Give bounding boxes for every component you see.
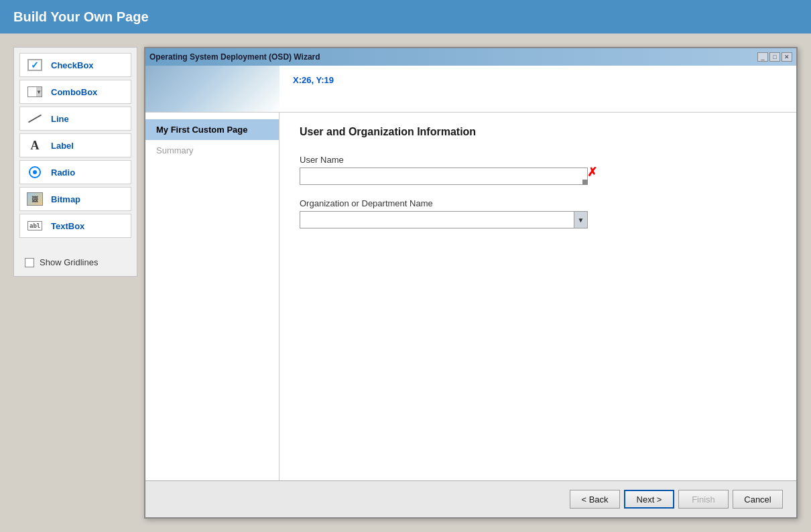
close-button[interactable]: ✕ bbox=[782, 52, 792, 62]
toolbox-item-line[interactable]: Line bbox=[19, 107, 131, 131]
toolbox-panel: CheckBox ▼ ComboBox Line bbox=[13, 47, 137, 277]
finish-button[interactable]: Finish bbox=[678, 490, 729, 509]
wizard-main-area: My First Custom Page Summary User and Or… bbox=[145, 113, 796, 480]
wizard-buttons: < Back Next > Finish Cancel bbox=[145, 480, 796, 517]
line-icon bbox=[25, 111, 44, 127]
toolbox-item-label[interactable]: A Label bbox=[19, 133, 131, 157]
toolbox-label-bitmap: Bitmap bbox=[51, 194, 80, 204]
minimize-button[interactable]: _ bbox=[757, 52, 768, 62]
form-group-username: User Name ✗ bbox=[300, 155, 776, 185]
toolbox-item-bitmap[interactable]: 🖼 Bitmap bbox=[19, 187, 131, 211]
textbox-icon: abl bbox=[25, 218, 44, 234]
next-button[interactable]: Next > bbox=[624, 490, 674, 509]
page-title: Build Your Own Page bbox=[13, 9, 149, 25]
window-controls: _ □ ✕ bbox=[757, 52, 792, 62]
back-button[interactable]: < Back bbox=[570, 490, 620, 509]
toolbox-label-radio: Radio bbox=[51, 168, 75, 178]
checkbox-icon bbox=[25, 57, 44, 73]
gridlines-area: Show Gridlines bbox=[19, 254, 131, 271]
username-label: User Name bbox=[300, 155, 776, 165]
orgname-combo: ▼ bbox=[300, 211, 588, 228]
radio-icon bbox=[25, 164, 44, 180]
label-icon: A bbox=[25, 137, 44, 153]
wizard-title: Operating System Deployment (OSD) Wizard bbox=[149, 52, 320, 62]
outer-page: Build Your Own Page CheckBox ▼ C bbox=[0, 0, 811, 532]
orgname-input[interactable] bbox=[300, 212, 574, 228]
toolbox-label-checkbox: CheckBox bbox=[51, 60, 94, 70]
maximize-button[interactable]: □ bbox=[769, 52, 780, 62]
combobox-icon: ▼ bbox=[25, 84, 44, 100]
banner-background bbox=[145, 66, 279, 113]
wizard-body: X:26, Y:19 My First Custom Page Summary bbox=[145, 66, 796, 517]
resize-handle[interactable] bbox=[582, 180, 588, 185]
toolbox-item-textbox[interactable]: abl TextBox bbox=[19, 214, 131, 238]
nav-item-custom-page-label: My First Custom Page bbox=[156, 125, 248, 135]
wizard-titlebar: Operating System Deployment (OSD) Wizard… bbox=[145, 48, 796, 66]
orgname-label: Organization or Department Name bbox=[300, 198, 776, 208]
page-header: Build Your Own Page bbox=[0, 0, 811, 34]
toolbox-item-checkbox[interactable]: CheckBox bbox=[19, 53, 131, 77]
wizard-nav: My First Custom Page Summary bbox=[145, 113, 279, 480]
form-group-orgname: Organization or Department Name ▼ bbox=[300, 198, 776, 228]
bitmap-icon: 🖼 bbox=[25, 191, 44, 207]
wizard-window: Operating System Deployment (OSD) Wizard… bbox=[144, 47, 798, 519]
banner-coords: X:26, Y:19 bbox=[293, 75, 334, 85]
orgname-dropdown-arrow[interactable]: ▼ bbox=[574, 212, 587, 228]
toolbox-item-radio[interactable]: Radio bbox=[19, 160, 131, 184]
toolbox-item-combobox[interactable]: ▼ ComboBox bbox=[19, 80, 131, 104]
gridlines-checkbox[interactable] bbox=[25, 258, 34, 267]
wizard-banner: X:26, Y:19 bbox=[145, 66, 796, 113]
nav-item-summary[interactable]: Summary bbox=[145, 140, 279, 161]
toolbox-label-line: Line bbox=[51, 114, 69, 124]
required-marker: ✗ bbox=[587, 165, 597, 180]
cancel-button[interactable]: Cancel bbox=[733, 490, 783, 509]
username-input-container: ✗ bbox=[300, 168, 588, 185]
main-content: CheckBox ▼ ComboBox Line bbox=[0, 34, 811, 532]
toolbox-label-combobox: ComboBox bbox=[51, 87, 97, 97]
gridlines-label: Show Gridlines bbox=[40, 257, 98, 267]
nav-item-custom-page[interactable]: My First Custom Page bbox=[145, 119, 279, 140]
toolbox-label-label: Label bbox=[51, 141, 74, 151]
nav-item-summary-label: Summary bbox=[156, 145, 194, 155]
wizard-content: User and Organization Information User N… bbox=[279, 113, 796, 480]
username-input[interactable] bbox=[300, 168, 588, 185]
content-title: User and Organization Information bbox=[300, 126, 776, 138]
toolbox-label-textbox: TextBox bbox=[51, 221, 84, 231]
